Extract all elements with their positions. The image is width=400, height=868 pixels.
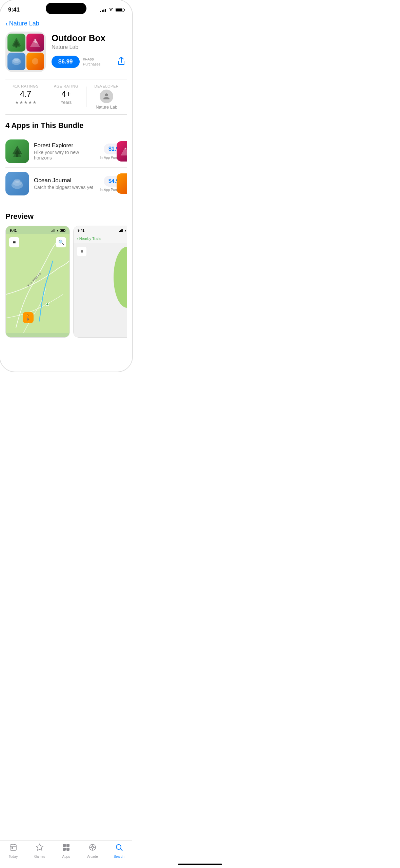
ss2-signal [119,229,123,232]
bundle-icon-orange [26,53,44,71]
bundle-icon-forest-explorer [5,139,29,163]
screenshot-1: 9:41 ▲ [5,226,70,338]
ss2-green-area [114,247,127,308]
bundle-section: 4 Apps in This Bundle Forest Explorer Hi… [0,114,132,200]
bundle-icon-forest [7,34,25,52]
bundle-icon-mountain [26,34,44,52]
bundle-peek-mountain [117,141,127,162]
preview-title: Preview [5,212,127,221]
status-time: 9:41 [8,6,20,13]
developer-stat-label: DEVELOPER [94,84,119,88]
bundle-app-desc-2: Catch the biggest waves yet [34,185,95,190]
stars-display: ★ ★ ★ ★ ★ [15,100,37,105]
ratings-stat: 41K RATINGS 4.7 ★ ★ ★ ★ ★ [5,84,46,110]
price-row: $6.99 In-AppPurchases [52,55,127,68]
developer-stat-name: Nature Lab [96,105,117,110]
star-5: ★ [33,100,37,105]
ss1-location-dot [46,303,49,306]
app-bundle-icon [5,32,46,72]
ss2-menu-button: ≡ [77,247,86,256]
stats-row: 41K RATINGS 4.7 ★ ★ ★ ★ ★ AGE RATING 4+ … [5,79,127,114]
svg-point-8 [14,58,19,61]
svg-rect-12 [16,154,18,157]
status-bar: 9:41 [0,0,132,17]
svg-point-17 [14,179,20,183]
app-header: Outdoor Box Nature Lab $6.99 In-AppPurch… [0,32,132,79]
ss2-chevron-icon: ‹ [77,237,78,241]
star-2: ★ [19,100,23,105]
bundle-icon-ocean-journal [5,172,29,195]
bundle-item-2: Ocean Journal Catch the biggest waves ye… [5,168,127,200]
back-chevron-icon: ‹ [5,20,8,27]
ss1-battery [60,229,65,232]
developer-icon [100,90,113,103]
ss1-wifi: ▲ [56,229,59,232]
status-icons [100,7,124,13]
age-rating-value: 4+ [61,90,71,98]
app-developer-name: Nature Lab [52,44,127,50]
age-rating-label: AGE RATING [54,84,78,88]
signal-icon [100,8,106,12]
bundle-app-name-2: Ocean Journal [34,177,95,184]
price-button[interactable]: $6.99 [52,56,80,68]
battery-icon [116,8,124,12]
notch [46,3,86,14]
bundle-app-text-2: Ocean Journal Catch the biggest waves ye… [34,177,95,190]
app-info: Outdoor Box Nature Lab $6.99 In-AppPurch… [52,32,127,68]
screenshot-2: 9:41 ▲ ‹ [73,226,127,338]
ss2-time: 9:41 [78,229,84,232]
ss2-back-label: Nearby Trails [79,237,101,241]
bundle-section-title: 4 Apps in This Bundle [5,121,127,130]
star-4: ★ [28,100,32,105]
share-button[interactable] [116,55,127,68]
trail-svg [6,234,69,333]
back-navigation[interactable]: ‹ Nature Lab [0,17,132,32]
bundle-app-desc-1: Hike your way to new horizons [34,150,95,161]
ss2-wifi: ▲ [124,229,127,232]
bundle-app-text-1: Forest Explorer Hike your way to new hor… [34,142,95,161]
ratings-value: 4.7 [20,90,31,98]
share-icon [117,56,125,66]
age-rating-sub: Years [61,100,72,105]
ss1-status-bar: 9:41 ▲ [6,226,69,234]
svg-point-9 [32,58,38,64]
star-3: ★ [24,100,28,105]
ss1-signal [52,229,55,232]
ss1-map: ≡ 🔍 🚶 Rhus Ridge Rd [6,234,69,333]
preview-screenshots: 9:41 ▲ [5,226,127,338]
wifi-icon [108,7,114,13]
developer-stat: DEVELOPER Nature Lab [86,84,127,110]
ss2-status-icons: ▲ [119,229,127,232]
ss1-search-button: 🔍 [56,237,66,247]
app-name: Outdoor Box [52,33,127,43]
bundle-peek-orange [117,173,127,194]
age-rating-stat: AGE RATING 4+ Years [46,84,86,110]
star-1: ★ [15,100,19,105]
ss1-time: 9:41 [10,229,17,232]
ss2-map: ≡ [74,243,127,338]
bundle-app-name-1: Forest Explorer [34,142,95,149]
bundle-item-1: Forest Explorer Hike your way to new hor… [5,135,127,168]
ss1-hiker-marker: 🚶 [23,312,34,323]
ss1-menu-button: ≡ [9,237,19,247]
ss2-back-nav: ‹ Nearby Trails [74,234,127,243]
ss2-status-bar: 9:41 ▲ [74,226,127,234]
in-app-purchases-label: In-AppPurchases [83,57,101,67]
svg-rect-2 [15,45,17,48]
back-label: Nature Lab [9,20,39,27]
ratings-label: 41K RATINGS [13,84,39,88]
preview-section: Preview 9:41 ▲ [0,205,132,338]
ss1-status-icons: ▲ [52,229,65,232]
bundle-icon-ocean [7,53,25,71]
